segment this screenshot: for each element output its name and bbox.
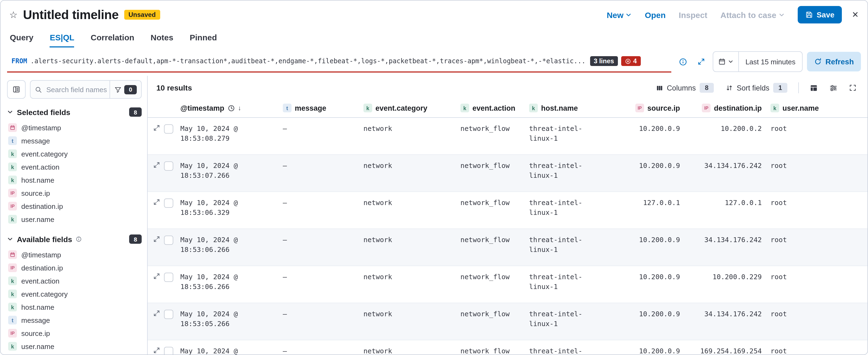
cell-event-category[interactable]: network	[359, 118, 456, 154]
cell-event-action[interactable]: network_flow	[456, 340, 525, 354]
column-header-user-name[interactable]: kuser.name	[766, 99, 867, 117]
cell-message[interactable]: –	[278, 266, 359, 303]
field-item-event-category[interactable]: k event.category	[7, 287, 142, 300]
sort-fields-button[interactable]: Sort fields 1	[722, 81, 790, 95]
field-item-host-name[interactable]: k host.name	[7, 173, 142, 186]
cell-timestamp[interactable]: May 10, 2024 @ 18:53:06.266	[176, 266, 278, 303]
row-checkbox[interactable]	[164, 347, 173, 354]
expand-row-icon[interactable]	[153, 124, 160, 131]
cell-source-ip[interactable]: 10.200.0.9	[607, 340, 684, 354]
field-item-destination-ip[interactable]: IP destination.ip	[7, 261, 142, 274]
time-range-button[interactable]: Last 15 minutes	[739, 58, 802, 66]
cell-user-name[interactable]: root	[766, 118, 867, 154]
field-item-event-category[interactable]: k event.category	[7, 147, 142, 160]
new-timeline-button[interactable]: New	[607, 10, 632, 19]
attach-to-case-button[interactable]: Attach to case	[720, 10, 784, 19]
cell-timestamp[interactable]: May 10, 2024 @	[176, 340, 278, 354]
close-icon[interactable]: ✕	[852, 10, 859, 20]
tab-query[interactable]: Query	[10, 29, 33, 48]
row-checkbox[interactable]	[164, 161, 173, 171]
field-item-source-ip[interactable]: IP source.ip	[7, 327, 142, 340]
tab-notes[interactable]: Notes	[151, 29, 173, 48]
tab-correlation[interactable]: Correlation	[91, 29, 134, 48]
cell-event-category[interactable]: network	[359, 303, 456, 340]
expand-row-icon[interactable]	[153, 347, 160, 354]
expand-row-icon[interactable]	[153, 236, 160, 243]
row-settings-button[interactable]	[826, 81, 840, 95]
row-checkbox[interactable]	[164, 310, 173, 319]
inspect-button[interactable]: Inspect	[679, 10, 707, 19]
field-item-event-action[interactable]: k event.action	[7, 274, 142, 287]
cell-timestamp[interactable]: May 10, 2024 @ 18:53:08.279	[176, 118, 278, 154]
field-item-event-action[interactable]: k event.action	[7, 160, 142, 173]
cell-timestamp[interactable]: May 10, 2024 @ 18:53:05.266	[176, 303, 278, 340]
expand-row-icon[interactable]	[153, 310, 160, 317]
cell-event-action[interactable]: network_flow	[456, 229, 525, 266]
field-item-destination-ip[interactable]: IP destination.ip	[7, 200, 142, 213]
column-header-host-name[interactable]: khost.name	[525, 99, 607, 117]
display-options-button[interactable]	[806, 81, 820, 95]
tab-pinned[interactable]: Pinned	[190, 29, 217, 48]
cell-message[interactable]: –	[278, 229, 359, 266]
cell-host-name[interactable]: threat-intel-linux-1	[525, 266, 607, 303]
expand-row-icon[interactable]	[153, 161, 160, 169]
refresh-button[interactable]: Refresh	[807, 52, 861, 71]
row-checkbox[interactable]	[164, 124, 173, 134]
cell-user-name[interactable]: root	[766, 340, 867, 354]
expand-row-icon[interactable]	[153, 273, 160, 280]
cell-destination-ip[interactable]: 34.134.176.242	[684, 303, 766, 340]
field-item--timestamp[interactable]: @timestamp	[7, 121, 142, 134]
cell-host-name[interactable]: threat-intel-	[525, 340, 607, 354]
expand-editor-button[interactable]	[694, 55, 708, 69]
column-header-event-category[interactable]: kevent.category	[359, 99, 456, 117]
cell-source-ip[interactable]: 10.200.0.9	[607, 303, 684, 340]
cell-event-action[interactable]: network_flow	[456, 155, 525, 191]
cell-timestamp[interactable]: May 10, 2024 @ 18:53:07.266	[176, 155, 278, 191]
cell-host-name[interactable]: threat-intel-linux-1	[525, 192, 607, 229]
field-item-message[interactable]: t message	[7, 134, 142, 147]
cell-destination-ip[interactable]: 34.134.176.242	[684, 155, 766, 191]
favorite-star-icon[interactable]: ☆	[9, 9, 18, 21]
cell-timestamp[interactable]: May 10, 2024 @ 18:53:06.266	[176, 229, 278, 266]
expand-row-icon[interactable]	[153, 199, 160, 206]
cell-source-ip[interactable]: 127.0.0.1	[607, 192, 684, 229]
field-item-message[interactable]: t message	[7, 314, 142, 327]
cell-event-category[interactable]: network	[359, 340, 456, 354]
cell-host-name[interactable]: threat-intel-linux-1	[525, 303, 607, 340]
cell-event-category[interactable]: network	[359, 229, 456, 266]
cell-user-name[interactable]: root	[766, 155, 867, 191]
cell-source-ip[interactable]: 10.200.0.9	[607, 155, 684, 191]
save-button[interactable]: Save	[798, 6, 842, 24]
cell-event-category[interactable]: network	[359, 155, 456, 191]
fullscreen-button[interactable]	[846, 81, 860, 95]
errors-badge[interactable]: 4	[621, 56, 641, 66]
row-checkbox[interactable]	[164, 273, 173, 282]
cell-event-action[interactable]: network_flow	[456, 192, 525, 229]
cell-message[interactable]: –	[278, 303, 359, 340]
cell-event-action[interactable]: network_flow	[456, 118, 525, 154]
column-header-source-ip[interactable]: IPsource.ip	[607, 99, 684, 117]
cell-timestamp[interactable]: May 10, 2024 @ 18:53:06.329	[176, 192, 278, 229]
date-picker-calendar-button[interactable]	[713, 52, 739, 71]
cell-source-ip[interactable]: 10.200.0.9	[607, 266, 684, 303]
field-search-input[interactable]	[45, 85, 110, 94]
cell-destination-ip[interactable]: 10.200.0.2	[684, 118, 766, 154]
cell-destination-ip[interactable]: 34.134.176.242	[684, 229, 766, 266]
column-header-destination-ip[interactable]: IPdestination.ip	[684, 99, 766, 117]
cell-source-ip[interactable]: 10.200.0.9	[607, 229, 684, 266]
open-timeline-button[interactable]: Open	[645, 10, 666, 19]
field-item-user-name[interactable]: k user.name	[7, 340, 142, 353]
cell-event-category[interactable]: network	[359, 192, 456, 229]
cell-event-action[interactable]: network_flow	[456, 266, 525, 303]
row-checkbox[interactable]	[164, 236, 173, 245]
selected-fields-accordion[interactable]: Selected fields 8	[7, 108, 142, 117]
row-checkbox[interactable]	[164, 199, 173, 208]
toggle-fields-panel-button[interactable]	[7, 80, 26, 99]
cell-message[interactable]: –	[278, 192, 359, 229]
cell-message[interactable]: –	[278, 340, 359, 354]
column-header-event-action[interactable]: kevent.action	[456, 99, 525, 117]
field-filter-button[interactable]: 0	[110, 81, 141, 98]
cell-destination-ip[interactable]: 10.200.0.229	[684, 266, 766, 303]
field-item-source-ip[interactable]: IP source.ip	[7, 186, 142, 200]
column-header--timestamp[interactable]: @timestamp↓	[176, 99, 278, 117]
